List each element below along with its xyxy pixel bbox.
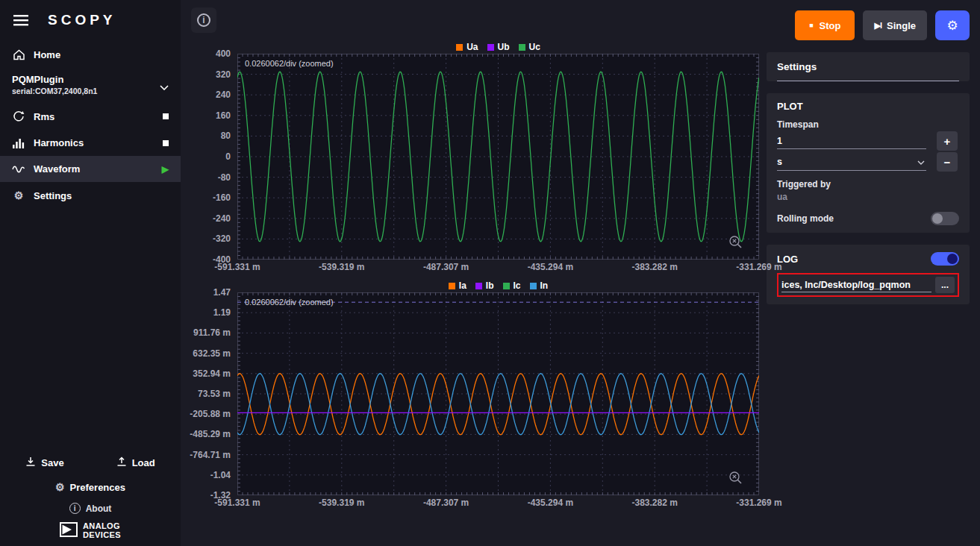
log-toggle[interactable] — [931, 252, 959, 266]
plugin-title: PQMPlugin — [12, 74, 97, 85]
sidebar-item-pqmplugin[interactable]: PQMPlugin serial:COM37,2400,8n1 — [0, 68, 181, 103]
menu-icon[interactable] — [13, 15, 28, 26]
y-tick-label: -320 — [213, 233, 231, 244]
voltage-chart: UaUbUc 400320240160800-80-160-240-320-40… — [191, 40, 759, 279]
div-scale-label: 0.0260062/div (zoomed) — [245, 298, 334, 307]
zoom-reset-icon[interactable] — [728, 235, 743, 252]
current-y-axis: 1.471.19911.76 m632.35 m352.94 m73.53 m-… — [191, 292, 237, 495]
legend-item: Ia — [449, 280, 466, 291]
legend-swatch-icon — [456, 44, 463, 51]
sidebar-footer: Save Load ⚙ Preferences i About — [0, 448, 181, 546]
div-scale-label: 0.0260062/div (zoomed) — [245, 59, 334, 68]
x-tick-label: -487.307 m — [423, 498, 469, 508]
browse-button[interactable]: ... — [935, 277, 955, 293]
timespan-input[interactable] — [777, 134, 926, 149]
y-tick-label: 320 — [216, 69, 231, 80]
save-button[interactable]: Save — [21, 456, 68, 470]
sidebar-item-settings[interactable]: ⚙ Settings — [0, 182, 181, 209]
sidebar-item-waveform[interactable]: Waveform ▶ — [0, 156, 181, 182]
home-label: Home — [34, 49, 60, 60]
voltage-plot[interactable]: 0.0260062/div (zoomed) — [237, 54, 759, 260]
y-tick-label: 352.94 m — [193, 368, 231, 379]
timespan-increment-button[interactable]: + — [937, 131, 958, 151]
y-tick-label: -160 — [213, 192, 231, 203]
current-legend: IaIbIcIn — [237, 279, 759, 292]
stopped-indicator-icon — [163, 140, 169, 146]
log-settings-card: LOG ... — [767, 245, 970, 304]
scopy-logo: SCOPY — [48, 12, 116, 28]
chevron-down-icon[interactable] — [160, 80, 169, 93]
waveform-label: Waveform — [34, 163, 80, 175]
home-icon — [12, 49, 25, 60]
log-path-input[interactable] — [781, 278, 931, 292]
preferences-button[interactable]: ⚙ Preferences — [55, 474, 125, 500]
y-tick-label: -764.71 m — [190, 450, 231, 460]
y-tick-label: 240 — [216, 90, 231, 100]
y-tick-label: -240 — [213, 213, 231, 224]
legend-swatch-icon — [503, 283, 510, 289]
sidebar-header: SCOPY — [0, 0, 181, 42]
x-tick-label: -331.269 m — [736, 262, 781, 272]
save-icon — [25, 456, 36, 469]
settings-title: Settings — [777, 61, 959, 81]
single-run-icon: ▶I — [874, 21, 881, 31]
zoom-reset-icon[interactable] — [728, 471, 743, 488]
log-path-highlight: ... — [777, 273, 959, 297]
scopy-app: SCOPY Home PQMPlugin serial:COM37,2400,8… — [0, 0, 980, 546]
y-tick-label: 80 — [221, 131, 231, 141]
about-button[interactable]: i About — [69, 500, 112, 517]
info-icon: i — [197, 13, 210, 27]
plot-section-title: PLOT — [777, 101, 959, 112]
y-tick-label: 911.76 m — [193, 327, 231, 338]
legend-item: Ic — [503, 280, 521, 291]
x-tick-label: -591.331 m — [214, 498, 260, 508]
y-tick-label: -80 — [218, 172, 231, 183]
legend-swatch-icon — [475, 283, 482, 289]
voltage-legend: UaUbUc — [237, 40, 759, 54]
stop-button[interactable]: ■ Stop — [795, 10, 855, 40]
timespan-decrement-button[interactable]: − — [937, 152, 958, 172]
waveform-icon — [12, 165, 25, 174]
rms-icon — [12, 110, 25, 122]
x-tick-label: -331.269 m — [736, 498, 781, 508]
analog-devices-logo: ANALOG DEVICES — [60, 517, 121, 542]
y-tick-label: -205.88 m — [190, 409, 231, 419]
x-tick-label: -591.331 m — [214, 262, 260, 272]
sidebar-item-rms[interactable]: Rms — [0, 103, 181, 130]
stop-icon: ■ — [809, 22, 813, 29]
y-tick-label: 400 — [216, 48, 231, 59]
y-tick-label: 632.35 m — [193, 348, 231, 359]
gear-icon: ⚙ — [12, 189, 25, 201]
rolling-mode-toggle[interactable] — [931, 212, 959, 225]
legend-swatch-icon — [530, 283, 537, 289]
general-settings-button[interactable]: ⚙ — [935, 10, 970, 40]
plugin-subtitle: serial:COM37,2400,8n1 — [12, 87, 97, 95]
legend-item: Ub — [487, 42, 510, 52]
legend-item: Ua — [456, 42, 478, 52]
legend-swatch-icon — [449, 283, 455, 289]
current-x-axis: -591.331 m-539.319 m-487.307 m-435.294 m… — [237, 498, 759, 509]
y-tick-label: -485.29 m — [190, 429, 231, 439]
info-button[interactable]: i — [191, 7, 216, 33]
sidebar-item-harmonics[interactable]: Harmonics — [0, 130, 181, 156]
y-tick-label: 1.19 — [213, 307, 231, 318]
legend-swatch-icon — [519, 44, 525, 51]
x-tick-label: -435.294 m — [528, 498, 573, 508]
settings-header-card: Settings — [767, 52, 970, 81]
load-button[interactable]: Load — [112, 456, 160, 470]
y-tick-label: 73.53 m — [198, 389, 231, 399]
triggered-by-label: Triggered by — [777, 179, 959, 189]
plots-area: i UaUbUc 400320240160800-80-160-240-320-… — [181, 0, 762, 546]
main-content: i UaUbUc 400320240160800-80-160-240-320-… — [181, 0, 980, 546]
sidebar-item-home[interactable]: Home — [0, 42, 181, 68]
single-button[interactable]: ▶I Single — [863, 10, 927, 40]
running-indicator-icon: ▶ — [162, 164, 169, 175]
plot-settings-card: PLOT Timespan + s − Triggered by u — [767, 93, 970, 233]
rms-label: Rms — [34, 111, 54, 122]
settings-label: Settings — [34, 190, 72, 201]
timespan-unit-select[interactable]: s — [777, 154, 926, 171]
run-toolbar: ■ Stop ▶I Single ⚙ — [767, 10, 970, 40]
current-plot[interactable]: 0.0260062/div (zoomed) — [237, 292, 759, 495]
legend-item: Uc — [519, 42, 540, 52]
harmonics-label: Harmonics — [34, 137, 84, 148]
